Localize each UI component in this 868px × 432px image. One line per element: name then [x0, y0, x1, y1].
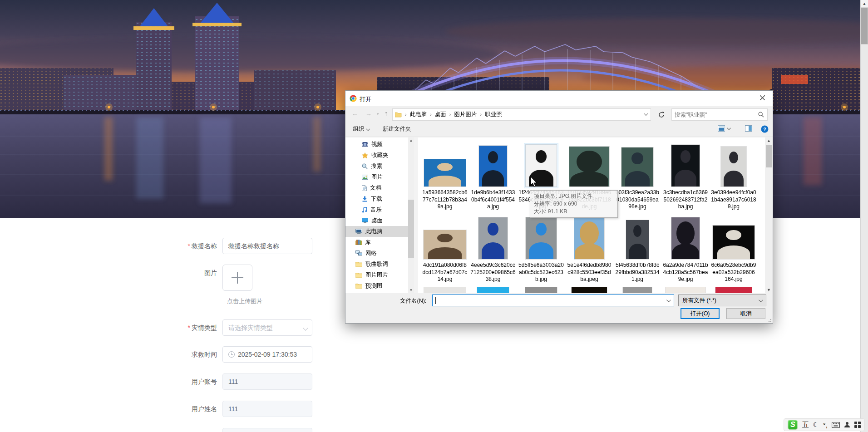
sidebar-item-预测图[interactable]: 预测图	[345, 280, 408, 291]
sidebar-item-图片图片[interactable]: 图片图片	[345, 270, 408, 280]
file-item-1de9b6b4e3f14330b4f6c4001f4f554a.jpg[interactable]: 1de9b6b4e3f14330b4f6c4001f4f554a.jpg	[469, 141, 517, 211]
back-button[interactable]: ←	[352, 110, 358, 117]
sidebar-item-库[interactable]: 库	[345, 237, 408, 248]
sidebar-item-搜索[interactable]: 搜索	[345, 161, 408, 172]
dialog-toolbar: 组织 新建文件夹 ?	[345, 122, 773, 137]
filename-input[interactable]	[433, 295, 674, 306]
sos-time-input[interactable]: 2025-02-09 17:30:53	[222, 346, 312, 363]
file-item-3e0394ee94fcf0a01b4ae891a7c60189.jpg[interactable]: 3e0394ee94fcf0a01b4ae891a7c60189.jpg	[710, 141, 758, 211]
sidebar-item-收藏夹[interactable]: 收藏夹	[345, 150, 408, 161]
help-button[interactable]: ?	[761, 125, 769, 133]
punctuation-mode-label[interactable]: °,	[823, 421, 828, 429]
folder-icon	[355, 283, 362, 289]
breadcrumb-item[interactable]: 职业照	[485, 111, 502, 118]
music-icon	[362, 207, 367, 213]
change-view-button[interactable]	[718, 125, 730, 132]
filename-field[interactable]	[432, 295, 674, 306]
sidebar-item-音乐[interactable]: 音乐	[345, 204, 408, 215]
page-scrollbar[interactable]: ▲	[860, 0, 868, 432]
file-item-003f3c39ea2a33b01030da54659ea96e.jpg[interactable]: 003f3c39ea2a33b01030da54659ea96e.jpg	[613, 141, 661, 211]
crumb-separator: ›	[405, 112, 407, 117]
recent-locations-chevron[interactable]: ▾	[377, 112, 379, 116]
chevron-down-icon	[303, 325, 308, 330]
sidebar-item-label: 预测图	[365, 282, 383, 290]
preview-pane-icon	[745, 125, 752, 132]
preview-pane-button[interactable]	[745, 125, 752, 132]
file-item[interactable]	[565, 286, 613, 293]
file-item-5f45638df0b78fdc29fbbd90a3825341.jpg[interactable]: 5f45638df0b78fdc29fbbd90a3825341.jpg	[613, 213, 661, 283]
file-item-3c3becdba1c6369502692483712fa2ba.jpg[interactable]: 3c3becdba1c6369502692483712fa2ba.jpg	[661, 141, 710, 211]
sidebar-item-图片[interactable]: 图片	[345, 172, 408, 182]
chevron-down-icon	[366, 127, 370, 131]
sidebar-item-下载[interactable]: 下载	[345, 193, 408, 204]
file-item[interactable]	[421, 286, 469, 293]
file-item-4dc191a080d06f8dcd124b7a67d07c14.jpg[interactable]: 4dc191a080d06f8dcd124b7a67d07c14.jpg	[421, 213, 469, 283]
sidebar-item-文档[interactable]: 文档	[345, 182, 408, 193]
sidebar-item-此电脑[interactable]: 此电脑	[345, 226, 408, 237]
folder-icon	[355, 261, 362, 267]
file-item[interactable]	[613, 286, 661, 293]
person-icon[interactable]	[844, 422, 850, 428]
file-item-5d5ff5e6a3003a20ab0c5dc523ec623b.jpg[interactable]: 5d5ff5e6a3003a20ab0c5dc523ec623b.jpg	[517, 213, 565, 283]
file-item[interactable]	[661, 286, 710, 293]
cancel-button[interactable]: 取消	[726, 308, 765, 319]
sidebar-item-桌面[interactable]: 桌面	[345, 215, 408, 226]
search-input[interactable]	[672, 112, 758, 118]
breadcrumb-item[interactable]: 桌面	[435, 111, 446, 118]
nav-scrollbar[interactable]: ▲ ▼	[408, 137, 414, 293]
page-scrollbar-thumb[interactable]	[861, 8, 868, 44]
chevron-down-icon	[759, 298, 763, 302]
sidebar-item-label: 桌面	[371, 217, 383, 225]
sidebar-item-歌曲歌词[interactable]: 歌曲歌词	[345, 259, 408, 270]
close-button[interactable]	[752, 91, 773, 104]
resize-grip[interactable]	[768, 318, 771, 322]
field-label: *灾情类型	[145, 319, 222, 336]
file-item[interactable]	[517, 286, 565, 293]
image-upload-button[interactable]	[222, 265, 252, 291]
file-list-scrollbar[interactable]: ▲ ▼	[765, 137, 773, 293]
file-type-filter-select[interactable]: 所有文件 (*.*)	[678, 295, 766, 306]
address-dropdown-chevron[interactable]	[644, 111, 648, 116]
toolbox-grid-icon[interactable]	[854, 422, 861, 428]
file-item[interactable]	[710, 286, 758, 293]
open-button[interactable]: 打开(O)	[681, 308, 720, 319]
rescue-name-input[interactable]: 救援名称救援名称	[222, 238, 312, 254]
file-item-6a2a9de7847011b4cb128a5c567bea9e.jpg[interactable]: 6a2a9de7847011b4cb128a5c567bea9e.jpg	[661, 213, 710, 283]
wubi-mode-label[interactable]: 五	[802, 421, 809, 429]
file-info-tooltip: 项目类型: JPG 图片文件 分辨率: 690 x 690 大小: 91.1 K…	[530, 190, 618, 218]
file-scrollbar-thumb[interactable]	[766, 145, 772, 167]
up-button[interactable]: ↑	[385, 110, 388, 117]
dialog-titlebar[interactable]: 打开	[345, 91, 773, 106]
sidebar-item-label: 网络	[365, 250, 377, 257]
file-item-1a5936643582cb677c7c112b78b3a49a.jpg[interactable]: 1a5936643582cb677c7c112b78b3a49a.jpg	[421, 141, 469, 211]
nav-scrollbar-thumb[interactable]	[408, 200, 414, 258]
sidebar-item-视频[interactable]: 视频	[345, 139, 408, 150]
sidebar-item-网络[interactable]: 网络	[345, 248, 408, 259]
file-item-5e1e4f6dedb8980c928c5503eef35dba.jpeg[interactable]: 5e1e4f6dedb8980c928c5503eef35dba.jpeg	[565, 213, 613, 283]
scroll-up-arrow[interactable]: ▲	[861, 0, 868, 8]
sogou-logo-icon[interactable]: S	[788, 420, 798, 430]
file-name: 1de9b6b4e3f14330b4f6c4001f4f554a.jpg	[470, 189, 516, 211]
organize-button[interactable]: 组织	[353, 125, 369, 133]
star-icon	[362, 152, 368, 158]
file-name: 6c6a0528ebc9db9ea02a532b29606164.jpg	[711, 262, 756, 283]
search-icon	[758, 112, 764, 118]
file-item-6c6a0528ebc9db9ea02a532b29606164.jpg[interactable]: 6c6a0528ebc9db9ea02a532b29606164.jpg	[710, 213, 758, 283]
disaster-type-select[interactable]: 请选择灾情类型	[222, 319, 312, 336]
moon-icon[interactable]: ☾	[813, 421, 819, 429]
address-breadcrumb-bar[interactable]: ›此电脑›桌面›图片图片›职业照	[392, 108, 651, 121]
search-box[interactable]	[671, 108, 768, 121]
thumbnail-view-icon	[718, 125, 725, 132]
forward-button[interactable]: →	[365, 110, 372, 117]
new-folder-button[interactable]: 新建文件夹	[383, 125, 411, 133]
soft-keyboard-icon[interactable]	[832, 422, 840, 428]
sidebar-item-label: 歌曲歌词	[365, 260, 388, 268]
sogou-ime-toolbar[interactable]: S 五 ☾ °,	[784, 418, 865, 431]
computer-icon	[355, 229, 362, 234]
breadcrumb-item[interactable]: 此电脑	[410, 111, 427, 118]
refresh-button[interactable]	[655, 108, 668, 121]
breadcrumb-item[interactable]: 图片图片	[454, 111, 477, 118]
file-item[interactable]	[469, 286, 517, 293]
file-item-4eee5d9c3c620cc7125200e09865c638.jpg[interactable]: 4eee5d9c3c620cc7125200e09865c638.jpg	[469, 213, 517, 283]
folder-icon	[395, 112, 402, 118]
